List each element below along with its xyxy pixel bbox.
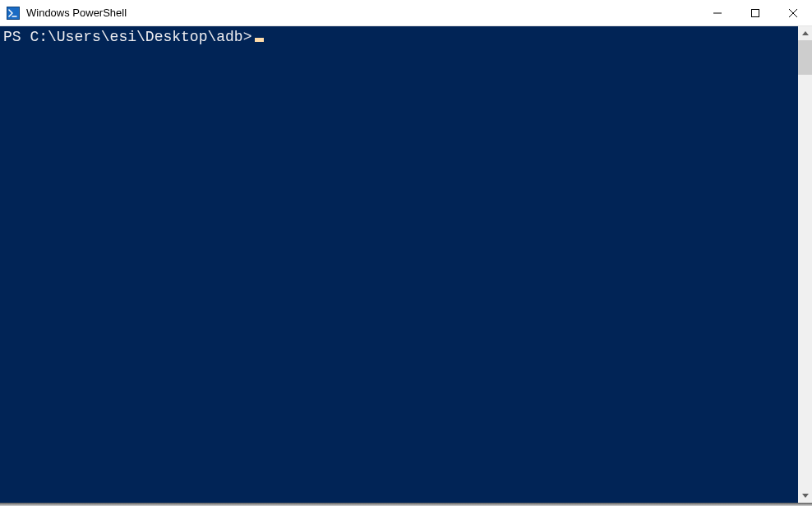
maximize-button[interactable]	[736, 0, 774, 25]
scroll-down-button[interactable]	[798, 489, 812, 503]
svg-rect-2	[752, 9, 759, 16]
scroll-track[interactable]	[798, 40, 812, 489]
titlebar[interactable]: Windows PowerShell	[0, 0, 812, 26]
window-bottom-border	[0, 503, 812, 506]
svg-rect-1	[7, 7, 19, 19]
cursor	[255, 38, 264, 42]
powershell-icon	[7, 7, 20, 20]
close-button[interactable]	[774, 0, 812, 25]
window-title: Windows PowerShell	[26, 7, 699, 19]
terminal-output[interactable]: PS C:\Users\esi\Desktop\adb>	[0, 26, 798, 503]
console-area: PS C:\Users\esi\Desktop\adb>	[0, 26, 812, 503]
scroll-thumb[interactable]	[798, 40, 812, 75]
window-controls	[699, 0, 812, 25]
prompt-text: PS C:\Users\esi\Desktop\adb>	[3, 29, 251, 45]
minimize-button[interactable]	[699, 0, 736, 25]
scroll-up-button[interactable]	[798, 26, 812, 40]
vertical-scrollbar[interactable]	[798, 26, 812, 503]
